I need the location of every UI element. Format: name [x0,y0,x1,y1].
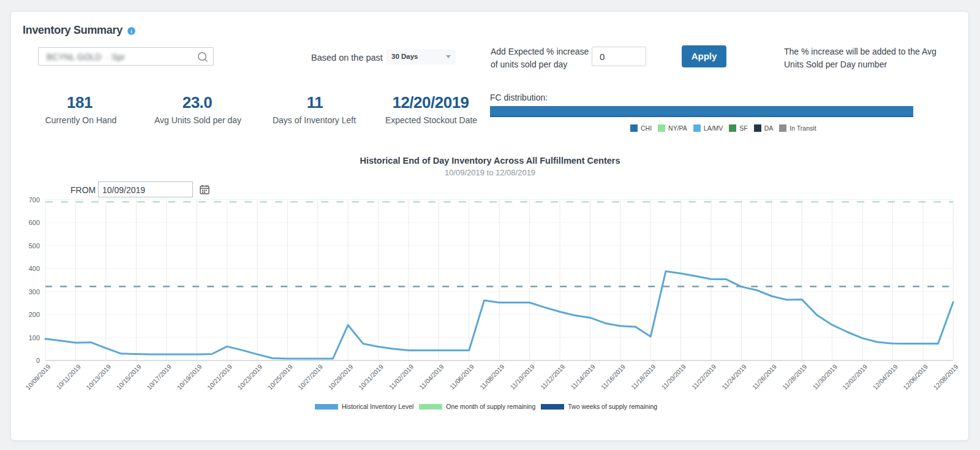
svg-text:11/30/2019: 11/30/2019 [811,363,839,391]
svg-text:500: 500 [29,242,40,250]
svg-text:11/28/2019: 11/28/2019 [781,363,809,391]
svg-text:10/27/2019: 10/27/2019 [296,363,324,391]
svg-text:11/20/2019: 11/20/2019 [660,363,687,391]
svg-text:11/22/2019: 11/22/2019 [690,363,718,391]
svg-text:12/06/2019: 12/06/2019 [902,363,929,391]
svg-text:10/25/2019: 10/25/2019 [266,363,294,391]
svg-text:10/31/2019: 10/31/2019 [357,363,385,391]
svg-text:300: 300 [29,288,40,296]
svg-text:11/24/2019: 11/24/2019 [720,363,748,391]
svg-text:11/26/2019: 11/26/2019 [751,363,778,391]
svg-text:10/09/2019: 10/09/2019 [24,363,51,391]
svg-text:700: 700 [29,196,40,204]
svg-text:11/12/2019: 11/12/2019 [539,363,567,391]
svg-text:12/02/2019: 12/02/2019 [841,363,869,391]
svg-text:10/23/2019: 10/23/2019 [236,363,263,391]
svg-text:10/11/2019: 10/11/2019 [55,363,82,391]
svg-text:10/17/2019: 10/17/2019 [145,363,173,391]
svg-text:400: 400 [29,265,40,272]
svg-text:11/10/2019: 11/10/2019 [508,363,536,391]
svg-text:11/04/2019: 11/04/2019 [418,363,445,391]
svg-text:10/29/2019: 10/29/2019 [326,363,354,391]
svg-text:12/04/2019: 12/04/2019 [872,363,899,391]
svg-text:11/02/2019: 11/02/2019 [388,363,415,391]
svg-text:10/21/2019: 10/21/2019 [206,363,233,391]
svg-text:10/15/2019: 10/15/2019 [115,363,143,391]
svg-text:11/18/2019: 11/18/2019 [630,363,657,391]
svg-text:10/19/2019: 10/19/2019 [175,363,203,391]
svg-text:100: 100 [29,334,40,341]
svg-text:11/08/2019: 11/08/2019 [478,363,506,391]
svg-text:11/14/2019: 11/14/2019 [569,363,597,391]
svg-text:11/06/2019: 11/06/2019 [448,363,476,391]
svg-text:10/13/2019: 10/13/2019 [85,363,112,391]
svg-text:0: 0 [36,357,40,364]
svg-text:12/08/2019: 12/08/2019 [932,363,959,391]
svg-text:600: 600 [29,219,40,226]
svg-text:11/16/2019: 11/16/2019 [600,363,627,391]
svg-text:200: 200 [29,311,40,318]
